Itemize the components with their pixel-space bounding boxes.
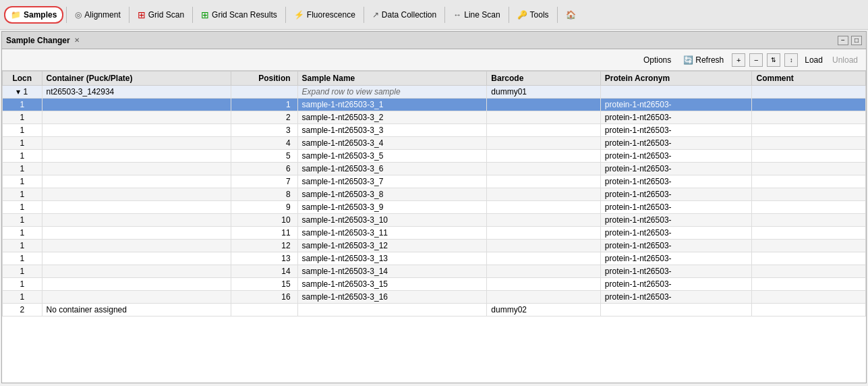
menu-item-gridscan[interactable]: ⊞ Grid Scan bbox=[132, 7, 190, 23]
cell-comment bbox=[752, 99, 866, 111]
cell-comment bbox=[752, 252, 866, 265]
menu-item-fluorescence[interactable]: ⚡ Fluorescence bbox=[289, 7, 361, 22]
panel-title-area: Sample Changer ✕ bbox=[6, 36, 80, 45]
menu-item-linescan[interactable]: ↔ Line Scan bbox=[448, 7, 505, 22]
table-row[interactable]: 1 4 sample-1-nt26503-3_4 protein-1-nt265… bbox=[3, 137, 866, 150]
cell-barcode bbox=[487, 111, 600, 124]
cell-position bbox=[231, 304, 297, 316]
cell-samplename: Expand row to view sample bbox=[297, 86, 487, 99]
cell-position: 11 bbox=[231, 227, 297, 240]
datacollection-icon: ↗ bbox=[372, 10, 379, 20]
menu-label-gridscan: Grid Scan bbox=[148, 10, 184, 20]
expand-arrow[interactable]: ▾ bbox=[16, 87, 20, 96]
maximize-button[interactable]: □ bbox=[851, 36, 862, 45]
cell-comment bbox=[752, 124, 866, 137]
table-row[interactable]: 1 11 sample-1-nt26503-3_11 protein-1-nt2… bbox=[3, 227, 866, 240]
table-row[interactable]: 1 10 sample-1-nt26503-3_10 protein-1-nt2… bbox=[3, 214, 866, 227]
cell-position bbox=[231, 86, 297, 99]
sample-table-container[interactable]: Locn Container (Puck/Plate) Position Sam… bbox=[2, 71, 866, 383]
table-row[interactable]: 1 13 sample-1-nt26503-3_13 protein-1-nt2… bbox=[3, 252, 866, 265]
menu-item-datacollection[interactable]: ↗ Data Collection bbox=[367, 7, 442, 22]
remove-button[interactable]: − bbox=[749, 53, 763, 67]
menu-item-tools[interactable]: 🔑 Tools bbox=[512, 7, 554, 22]
cell-samplename bbox=[297, 304, 487, 316]
cell-position: 6 bbox=[231, 163, 297, 175]
cell-protein: protein-1-nt26503- bbox=[600, 278, 752, 291]
menu-label-datacollection: Data Collection bbox=[382, 10, 436, 20]
cell-barcode bbox=[487, 227, 600, 240]
table-row[interactable]: 1 5 sample-1-nt26503-3_5 protein-1-nt265… bbox=[3, 150, 866, 163]
table-row[interactable]: 1 1 sample-1-nt26503-3_1 protein-1-nt265… bbox=[3, 99, 866, 111]
panel-title: Sample Changer bbox=[6, 36, 70, 45]
table-row[interactable]: 2 No container assigned dummy02 bbox=[3, 304, 866, 316]
gridscanresults-icon: ⊞ bbox=[201, 9, 209, 20]
cell-samplename: sample-1-nt26503-3_8 bbox=[297, 188, 487, 201]
table-row[interactable]: 1 8 sample-1-nt26503-3_8 protein-1-nt265… bbox=[3, 188, 866, 201]
menu-item-samples[interactable]: 📁 Samples bbox=[4, 6, 63, 24]
cell-comment bbox=[752, 150, 866, 163]
close-icon[interactable]: ✕ bbox=[74, 36, 80, 44]
cell-locn: 1 bbox=[3, 227, 42, 240]
cell-container bbox=[42, 150, 231, 163]
cell-container bbox=[42, 291, 231, 304]
separator-8 bbox=[557, 7, 558, 23]
cell-comment bbox=[752, 265, 866, 278]
cell-samplename: sample-1-nt26503-3_2 bbox=[297, 111, 487, 124]
cell-comment bbox=[752, 240, 866, 252]
cell-position: 2 bbox=[231, 111, 297, 124]
table-row[interactable]: 1 15 sample-1-nt26503-3_15 protein-1-nt2… bbox=[3, 278, 866, 291]
menu-label-tools: Tools bbox=[530, 10, 549, 20]
separator-6 bbox=[444, 7, 445, 23]
cell-samplename: sample-1-nt26503-3_7 bbox=[297, 175, 487, 188]
separator-4 bbox=[285, 7, 286, 23]
cell-protein bbox=[600, 304, 752, 316]
cell-locn: 1 bbox=[3, 201, 42, 214]
cell-container bbox=[42, 201, 231, 214]
table-row[interactable]: 1 12 sample-1-nt26503-3_12 protein-1-nt2… bbox=[3, 240, 866, 252]
table-row[interactable]: 1 6 sample-1-nt26503-3_6 protein-1-nt265… bbox=[3, 163, 866, 175]
options-button[interactable]: Options bbox=[639, 54, 675, 66]
cell-locn: 1 bbox=[3, 252, 42, 265]
cell-barcode: dummy01 bbox=[487, 86, 600, 99]
unload-button: Unload bbox=[830, 54, 861, 66]
cell-position: 12 bbox=[231, 240, 297, 252]
cell-position: 8 bbox=[231, 188, 297, 201]
table-row[interactable]: ▾1 nt26503-3_142934 Expand row to view s… bbox=[3, 86, 866, 99]
table-row[interactable]: 1 14 sample-1-nt26503-3_14 protein-1-nt2… bbox=[3, 265, 866, 278]
add-button[interactable]: + bbox=[732, 53, 745, 67]
table-row[interactable]: 1 16 sample-1-nt26503-3_16 protein-1-nt2… bbox=[3, 291, 866, 304]
cell-samplename: sample-1-nt26503-3_11 bbox=[297, 227, 487, 240]
sort-button[interactable]: ↕ bbox=[784, 53, 798, 67]
cell-barcode bbox=[487, 291, 600, 304]
cell-locn: 1 bbox=[3, 188, 42, 201]
table-row[interactable]: 1 7 sample-1-nt26503-3_7 protein-1-nt265… bbox=[3, 175, 866, 188]
expand-button[interactable]: ⇅ bbox=[767, 53, 780, 67]
refresh-button[interactable]: 🔄 Refresh bbox=[679, 54, 728, 66]
cell-locn: 1 bbox=[3, 137, 42, 150]
cell-protein: protein-1-nt26503- bbox=[600, 175, 752, 188]
menu-item-gridscanresults[interactable]: ⊞ Grid Scan Results bbox=[196, 7, 283, 23]
cell-samplename: sample-1-nt26503-3_9 bbox=[297, 201, 487, 214]
cell-samplename: sample-1-nt26503-3_12 bbox=[297, 240, 487, 252]
menubar: 📁 Samples ◎ Alignment ⊞ Grid Scan ⊞ Grid… bbox=[0, 0, 868, 30]
cell-samplename: sample-1-nt26503-3_16 bbox=[297, 291, 487, 304]
minimize-button[interactable]: − bbox=[838, 36, 848, 45]
separator-3 bbox=[192, 7, 193, 23]
cell-comment bbox=[752, 188, 866, 201]
menu-item-home[interactable]: 🏠 bbox=[560, 7, 581, 22]
cell-samplename: sample-1-nt26503-3_10 bbox=[297, 214, 487, 227]
table-row[interactable]: 1 2 sample-1-nt26503-3_2 protein-1-nt265… bbox=[3, 111, 866, 124]
cell-protein: protein-1-nt26503- bbox=[600, 188, 752, 201]
cell-protein: protein-1-nt26503- bbox=[600, 240, 752, 252]
cell-container bbox=[42, 111, 231, 124]
sample-changer-panel: Sample Changer ✕ − □ Options 🔄 Refresh +… bbox=[1, 31, 867, 383]
menu-item-alignment[interactable]: ◎ Alignment bbox=[69, 7, 125, 22]
table-row[interactable]: 1 3 sample-1-nt26503-3_3 protein-1-nt265… bbox=[3, 124, 866, 137]
cell-samplename: sample-1-nt26503-3_13 bbox=[297, 252, 487, 265]
fluorescence-icon: ⚡ bbox=[294, 10, 304, 20]
table-row[interactable]: 1 9 sample-1-nt26503-3_9 protein-1-nt265… bbox=[3, 201, 866, 214]
load-button[interactable]: Load bbox=[802, 54, 826, 66]
cell-barcode bbox=[487, 214, 600, 227]
cell-barcode bbox=[487, 137, 600, 150]
cell-protein: protein-1-nt26503- bbox=[600, 99, 752, 111]
